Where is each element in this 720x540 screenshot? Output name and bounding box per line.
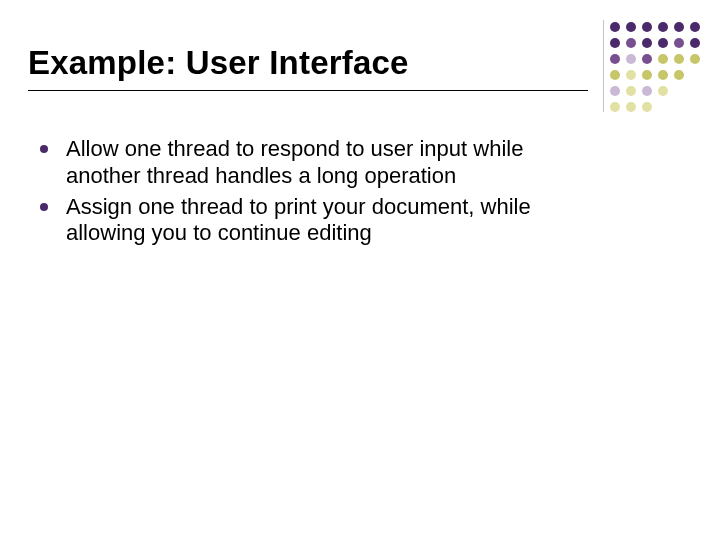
list-item: Assign one thread to print your document… — [36, 194, 596, 248]
bullet-list: Allow one thread to respond to user inpu… — [36, 136, 596, 247]
slide: Example: User Interface Allow one thread… — [0, 0, 720, 540]
title-underline — [28, 90, 588, 91]
slide-title: Example: User Interface — [28, 44, 600, 88]
decorative-divider — [603, 20, 604, 112]
title-area: Example: User Interface — [28, 44, 600, 91]
list-item: Allow one thread to respond to user inpu… — [36, 136, 596, 190]
decorative-dot-grid — [610, 22, 696, 118]
body-area: Allow one thread to respond to user inpu… — [36, 136, 596, 251]
